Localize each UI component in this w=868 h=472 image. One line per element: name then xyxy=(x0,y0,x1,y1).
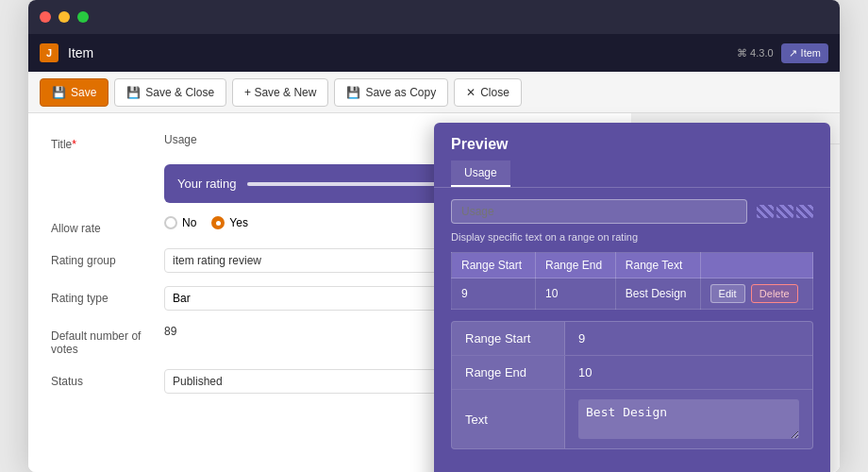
joomla-link-button[interactable]: ↗ Item xyxy=(781,43,828,63)
rating-label: Your rating xyxy=(177,177,236,191)
overlay-content: Display specific text on a range on rati… xyxy=(434,188,830,461)
range-table: Range Start Range End Range Text 9 10 Be… xyxy=(451,252,813,310)
table-header-row: Range Start Range End Range Text xyxy=(452,253,813,278)
cell-range-end: 10 xyxy=(536,278,616,310)
delete-button[interactable]: Delete xyxy=(751,284,798,303)
range-end-input[interactable] xyxy=(578,365,799,379)
overlay-table-section: Range Start Range End Range Text 9 10 Be… xyxy=(451,252,813,310)
close-button[interactable]: ✕ Close xyxy=(454,78,522,107)
form-label-text: Text xyxy=(452,390,565,448)
header-left: J Item xyxy=(40,43,93,62)
overlay-tab-bar: Usage xyxy=(434,160,830,188)
title-bar xyxy=(28,0,840,34)
save-icon: 💾 xyxy=(52,86,66,99)
form-row-range-start: Range Start xyxy=(452,322,812,356)
pattern-stripe-2 xyxy=(776,205,793,218)
form-value-range-start xyxy=(565,322,812,355)
save-copy-button[interactable]: 💾 Save as Copy xyxy=(334,78,448,107)
form-row-text: Text Best Design xyxy=(452,390,812,448)
radio-yes[interactable]: Yes xyxy=(211,216,248,229)
form-label-range-start: Range Start xyxy=(452,322,565,355)
version-label: ⌘ 4.3.0 xyxy=(737,47,774,59)
main-window: J Item ⌘ 4.3.0 ↗ Item 💾 Save 💾 Save & Cl… xyxy=(28,0,840,472)
table-body: 9 10 Best Design Edit Delete xyxy=(452,278,813,310)
default-votes-label: Default number of votes xyxy=(51,324,164,356)
col-range-end: Range End xyxy=(536,253,616,278)
radio-yes-circle[interactable] xyxy=(211,216,225,229)
overlay-panel: Preview Usage Display specific text on a… xyxy=(434,123,830,472)
range-start-input[interactable] xyxy=(578,331,799,346)
col-actions xyxy=(700,253,812,278)
cell-actions: Edit Delete xyxy=(700,278,812,310)
table-row: 9 10 Best Design Edit Delete xyxy=(452,278,813,310)
usage-input-row xyxy=(451,199,813,224)
minimize-button[interactable] xyxy=(58,11,70,23)
form-value-range-end xyxy=(565,356,812,389)
overlay-tab-usage[interactable]: Usage xyxy=(451,160,510,187)
status-label: Status xyxy=(51,369,164,388)
pattern-stripe-3 xyxy=(796,205,813,218)
maximize-button[interactable] xyxy=(77,11,89,23)
allow-rate-label: Allow rate xyxy=(51,216,164,235)
pattern-stripe-1 xyxy=(757,205,774,218)
overlay-desc: Display specific text on a range on rati… xyxy=(451,231,813,243)
table-head: Range Start Range End Range Text xyxy=(452,253,813,278)
save-new-button[interactable]: + Save & New xyxy=(232,78,328,107)
save-close-button[interactable]: 💾 Save & Close xyxy=(114,78,226,107)
text-textarea[interactable]: Best Design xyxy=(578,399,799,439)
cell-range-start: 9 xyxy=(452,278,536,310)
main-content: Title* Usage Your rating 100 xyxy=(28,113,840,472)
rating-type-label: Rating type xyxy=(51,286,164,305)
header-bar: J Item ⌘ 4.3.0 ↗ Item xyxy=(28,34,840,72)
col-range-start: Range Start xyxy=(452,253,536,278)
page-title: Item xyxy=(68,45,93,60)
overlay-save-row: Save xyxy=(434,461,830,472)
col-range-text: Range Text xyxy=(615,253,700,278)
external-link-icon: ↗ xyxy=(789,47,797,59)
form-label-range-end: Range End xyxy=(452,356,565,389)
radio-no-circle[interactable] xyxy=(164,216,177,229)
cell-range-text: Best Design xyxy=(615,278,700,310)
close-button[interactable] xyxy=(40,11,51,23)
toolbar: 💾 Save 💾 Save & Close + Save & New 💾 Sav… xyxy=(28,72,840,113)
save-button[interactable]: 💾 Save xyxy=(40,78,108,107)
edit-button[interactable]: Edit xyxy=(710,284,745,303)
title-label: Title* xyxy=(51,132,164,151)
pattern-preview xyxy=(757,205,813,218)
form-value-text: Best Design xyxy=(565,390,812,448)
overlay-form: Range Start Range End Text xyxy=(451,321,813,449)
overlay-title: Preview xyxy=(434,123,830,160)
usage-input[interactable] xyxy=(451,199,747,224)
radio-no[interactable]: No xyxy=(164,216,196,229)
form-row-range-end: Range End xyxy=(452,356,812,390)
close-icon: ✕ xyxy=(466,86,476,99)
save-close-icon: 💾 xyxy=(126,86,141,99)
joomla-logo-icon: J xyxy=(40,43,58,62)
copy-icon: 💾 xyxy=(346,86,360,99)
default-votes-value: 89 xyxy=(164,320,176,338)
header-right: ⌘ 4.3.0 ↗ Item xyxy=(737,43,828,63)
rating-group-label: Rating group xyxy=(51,248,164,267)
rating-spacer xyxy=(51,164,164,170)
